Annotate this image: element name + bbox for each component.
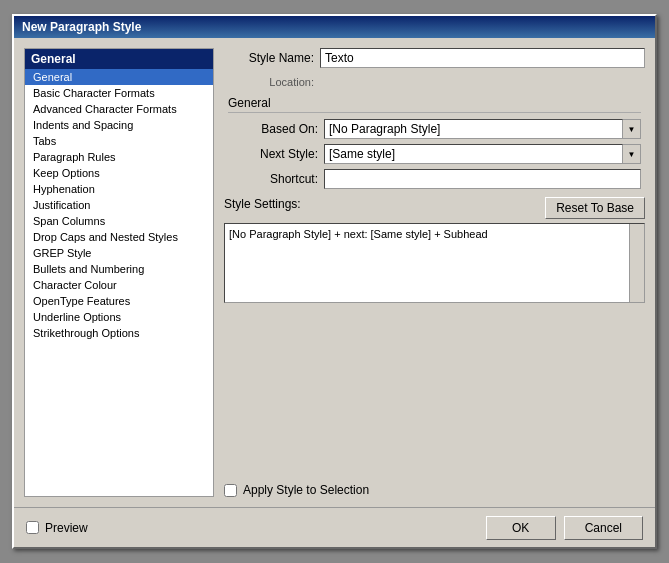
- preview-label: Preview: [45, 521, 88, 535]
- location-label: Location:: [224, 76, 314, 88]
- next-style-label: Next Style:: [228, 147, 318, 161]
- preview-checkbox[interactable]: [26, 521, 39, 534]
- title-bar: New Paragraph Style: [14, 16, 655, 38]
- based-on-wrapper: [No Paragraph Style] ▼: [324, 119, 641, 139]
- sidebar-item-underline-options[interactable]: Underline Options: [25, 309, 213, 325]
- sidebar-item-character-colour[interactable]: Character Colour: [25, 277, 213, 293]
- sidebar-item-bullets-and-numbering[interactable]: Bullets and Numbering: [25, 261, 213, 277]
- sidebar-item-general[interactable]: General: [25, 69, 213, 85]
- dialog-title: New Paragraph Style: [22, 20, 141, 34]
- left-panel: General GeneralBasic Character FormatsAd…: [24, 48, 214, 497]
- sidebar-item-indents-and-spacing[interactable]: Indents and Spacing: [25, 117, 213, 133]
- sidebar-item-paragraph-rules[interactable]: Paragraph Rules: [25, 149, 213, 165]
- dialog-buttons: OK Cancel: [486, 516, 643, 540]
- style-settings-top-row: Style Settings: Reset To Base: [224, 197, 645, 219]
- nav-list: GeneralBasic Character FormatsAdvanced C…: [25, 69, 213, 341]
- style-settings-section: Style Settings: Reset To Base [No Paragr…: [224, 197, 645, 497]
- dialog: New Paragraph Style General GeneralBasic…: [12, 14, 657, 549]
- based-on-dropdown-btn[interactable]: ▼: [623, 119, 641, 139]
- style-settings-label: Style Settings:: [224, 197, 301, 211]
- apply-style-checkbox[interactable]: [224, 484, 237, 497]
- left-panel-header: General: [25, 49, 213, 69]
- sidebar-item-keep-options[interactable]: Keep Options: [25, 165, 213, 181]
- next-style-select[interactable]: [Same style]: [324, 144, 623, 164]
- preview-section: Preview: [26, 521, 88, 535]
- general-section: General Based On: [No Paragraph Style] ▼…: [224, 96, 645, 189]
- right-panel: Style Name: Location: General Based On: …: [224, 48, 645, 497]
- sidebar-item-grep-style[interactable]: GREP Style: [25, 245, 213, 261]
- general-section-title: General: [228, 96, 641, 113]
- next-style-wrapper: [Same style] ▼: [324, 144, 641, 164]
- reset-to-base-button[interactable]: Reset To Base: [545, 197, 645, 219]
- sidebar-item-drop-caps-and-nested-styles[interactable]: Drop Caps and Nested Styles: [25, 229, 213, 245]
- sidebar-item-opentype-features[interactable]: OpenType Features: [25, 293, 213, 309]
- sidebar-item-justification[interactable]: Justification: [25, 197, 213, 213]
- apply-style-label: Apply Style to Selection: [243, 483, 369, 497]
- sidebar-item-advanced-character-formats[interactable]: Advanced Character Formats: [25, 101, 213, 117]
- shortcut-label: Shortcut:: [228, 172, 318, 186]
- shortcut-input[interactable]: [324, 169, 641, 189]
- bottom-bar: Preview OK Cancel: [14, 507, 655, 547]
- ok-button[interactable]: OK: [486, 516, 556, 540]
- style-settings-box: [No Paragraph Style] + next: [Same style…: [224, 223, 645, 303]
- style-settings-box-wrapper: [No Paragraph Style] + next: [Same style…: [224, 223, 645, 475]
- sidebar-item-span-columns[interactable]: Span Columns: [25, 213, 213, 229]
- dialog-content: General GeneralBasic Character FormatsAd…: [14, 38, 655, 507]
- style-settings-scrollbar[interactable]: [629, 224, 644, 302]
- based-on-label: Based On:: [228, 122, 318, 136]
- style-name-row: Style Name:: [224, 48, 645, 68]
- sidebar-item-basic-character-formats[interactable]: Basic Character Formats: [25, 85, 213, 101]
- based-on-row: Based On: [No Paragraph Style] ▼: [228, 119, 641, 139]
- shortcut-row: Shortcut:: [228, 169, 641, 189]
- style-name-label: Style Name:: [224, 51, 314, 65]
- style-settings-text: [No Paragraph Style] + next: [Same style…: [229, 228, 488, 240]
- apply-style-row: Apply Style to Selection: [224, 483, 645, 497]
- location-row: Location:: [224, 76, 645, 88]
- next-style-row: Next Style: [Same style] ▼: [228, 144, 641, 164]
- cancel-button[interactable]: Cancel: [564, 516, 643, 540]
- style-name-input[interactable]: [320, 48, 645, 68]
- sidebar-item-strikethrough-options[interactable]: Strikethrough Options: [25, 325, 213, 341]
- sidebar-item-hyphenation[interactable]: Hyphenation: [25, 181, 213, 197]
- based-on-select[interactable]: [No Paragraph Style]: [324, 119, 623, 139]
- next-style-dropdown-btn[interactable]: ▼: [623, 144, 641, 164]
- sidebar-item-tabs[interactable]: Tabs: [25, 133, 213, 149]
